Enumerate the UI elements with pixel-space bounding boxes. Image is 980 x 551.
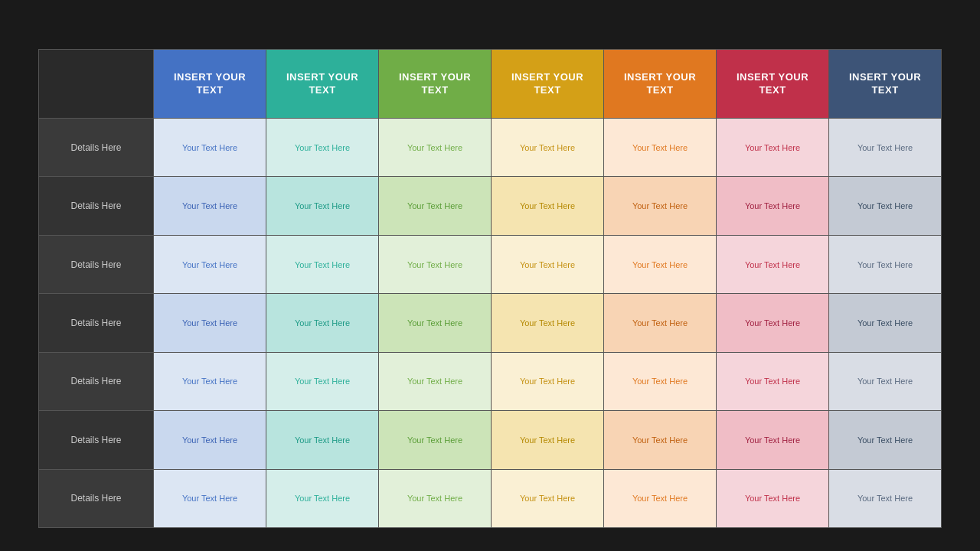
row-label-5: Details Here [39, 411, 154, 468]
cell-r6-c5: Your Text Here [717, 470, 829, 527]
col-header-yellow: INSERT YOUR TEXT [492, 50, 604, 119]
cell-r6-c6: Your Text Here [829, 470, 941, 527]
cell-r4-c6: Your Text Here [829, 353, 941, 410]
cell-r6-c4: Your Text Here [604, 470, 717, 527]
row-label-3: Details Here [39, 294, 154, 351]
cell-r6-c0: Your Text Here [154, 470, 266, 527]
cell-r0-c2: Your Text Here [379, 119, 492, 176]
cell-r1-c6: Your Text Here [829, 177, 941, 234]
cell-r5-c3: Your Text Here [492, 411, 604, 468]
cell-r1-c0: Your Text Here [154, 177, 266, 234]
cell-r4-c2: Your Text Here [379, 353, 492, 410]
table-row: Details HereYour Text HereYour Text Here… [39, 470, 941, 527]
cell-r3-c5: Your Text Here [717, 294, 829, 351]
header-section [38, 31, 942, 34]
cell-r0-c5: Your Text Here [717, 119, 829, 176]
cell-r2-c6: Your Text Here [829, 236, 941, 293]
cell-r0-c6: Your Text Here [829, 119, 941, 176]
cell-r1-c2: Your Text Here [379, 177, 492, 234]
col-header-blue: INSERT YOUR TEXT [154, 50, 266, 119]
col-header-red: INSERT YOUR TEXT [717, 50, 829, 119]
cell-r4-c0: Your Text Here [154, 353, 266, 410]
cell-r0-c4: Your Text Here [604, 119, 717, 176]
table-row: Details HereYour Text HereYour Text Here… [39, 236, 941, 294]
cell-r2-c1: Your Text Here [266, 236, 379, 293]
cell-r3-c2: Your Text Here [379, 294, 492, 351]
table-row: Details HereYour Text HereYour Text Here… [39, 411, 941, 469]
cell-r2-c5: Your Text Here [717, 236, 829, 293]
cell-r5-c1: Your Text Here [266, 411, 379, 468]
header-row-label-spacer [39, 50, 154, 119]
cell-r2-c4: Your Text Here [604, 236, 717, 293]
cell-r1-c3: Your Text Here [492, 177, 604, 234]
cell-r5-c4: Your Text Here [604, 411, 717, 468]
row-label-0: Details Here [39, 119, 154, 176]
row-label-2: Details Here [39, 236, 154, 293]
cell-r0-c1: Your Text Here [266, 119, 379, 176]
cell-r2-c3: Your Text Here [492, 236, 604, 293]
cell-r3-c0: Your Text Here [154, 294, 266, 351]
cell-r4-c1: Your Text Here [266, 353, 379, 410]
cell-r3-c6: Your Text Here [829, 294, 941, 351]
col-header-navy: INSERT YOUR TEXT [829, 50, 941, 119]
cell-r4-c5: Your Text Here [717, 353, 829, 410]
row-label-4: Details Here [39, 353, 154, 410]
table-row: Details HereYour Text HereYour Text Here… [39, 177, 941, 235]
comparison-table: INSERT YOUR TEXTINSERT YOUR TEXTINSERT Y… [38, 49, 942, 528]
cell-r5-c0: Your Text Here [154, 411, 266, 468]
cell-r5-c6: Your Text Here [829, 411, 941, 468]
cell-r0-c0: Your Text Here [154, 119, 266, 176]
cell-r5-c5: Your Text Here [717, 411, 829, 468]
row-label-6: Details Here [39, 470, 154, 527]
table-row: Details HereYour Text HereYour Text Here… [39, 294, 941, 352]
cell-r6-c1: Your Text Here [266, 470, 379, 527]
cell-r3-c4: Your Text Here [604, 294, 717, 351]
col-header-teal: INSERT YOUR TEXT [266, 50, 379, 119]
cell-r5-c2: Your Text Here [379, 411, 492, 468]
cell-r3-c1: Your Text Here [266, 294, 379, 351]
table-row: Details HereYour Text HereYour Text Here… [39, 119, 941, 177]
cell-r4-c3: Your Text Here [492, 353, 604, 410]
cell-r6-c2: Your Text Here [379, 470, 492, 527]
table-row: Details HereYour Text HereYour Text Here… [39, 353, 941, 411]
cell-r4-c4: Your Text Here [604, 353, 717, 410]
row-label-1: Details Here [39, 177, 154, 234]
cell-r1-c4: Your Text Here [604, 177, 717, 234]
cell-r2-c2: Your Text Here [379, 236, 492, 293]
cell-r0-c3: Your Text Here [492, 119, 604, 176]
table-header-row: INSERT YOUR TEXTINSERT YOUR TEXTINSERT Y… [39, 50, 941, 119]
col-header-green: INSERT YOUR TEXT [379, 50, 492, 119]
cell-r1-c1: Your Text Here [266, 177, 379, 234]
cell-r2-c0: Your Text Here [154, 236, 266, 293]
cell-r6-c3: Your Text Here [492, 470, 604, 527]
cell-r3-c3: Your Text Here [492, 294, 604, 351]
table-body: Details HereYour Text HereYour Text Here… [39, 119, 941, 527]
cell-r1-c5: Your Text Here [717, 177, 829, 234]
col-header-orange: INSERT YOUR TEXT [604, 50, 717, 119]
